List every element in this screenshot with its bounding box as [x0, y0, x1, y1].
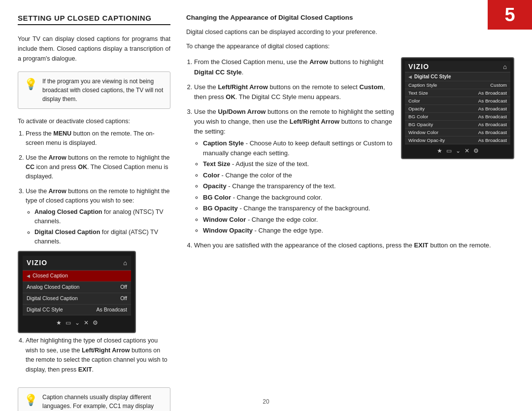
tv-row-window-color: Window Color As Broadcast	[405, 129, 510, 137]
tv-value-window-opacity: As Broadcast	[478, 137, 507, 143]
tv-value-digital: Off	[120, 295, 127, 303]
x-btn-r: ✕	[465, 147, 469, 154]
tv-row-cc-style: Digital CC Style As Broadcast	[23, 305, 131, 316]
steps-intro: To activate or deactivate closed caption…	[18, 117, 170, 126]
square-btn-r: ▭	[446, 147, 452, 154]
tv-vizio-bar-left: VIZIO ⌂	[23, 256, 131, 271]
tv-label-bg-opacity: BG Opacity	[408, 122, 478, 127]
right-step-4: When you are satisfied with the appearan…	[194, 240, 514, 250]
tv-value-opacity: As Broadcast	[478, 106, 507, 111]
bulb-icon: 💡	[24, 78, 37, 91]
tv-label-text-size: Text Size	[408, 90, 478, 96]
tv-label-analog: Analog Closed Caption	[27, 283, 120, 291]
bullet-bg-color: BG Color - Change the background color.	[203, 193, 514, 203]
tv-row-window-opacity: Window Opac-ity As Broadcast	[405, 137, 510, 144]
tv-header-row-left: ◀ Closed Caption	[23, 271, 131, 282]
left-column: SETTING UP CLOSED CAPTIONING Your TV can…	[18, 14, 170, 401]
gear-btn-r: ⚙	[473, 147, 479, 154]
bullet-opacity: Opacity - Change the transparency of the…	[203, 181, 514, 191]
bullet-color: Color - Change the color of the	[203, 171, 514, 180]
home-icon-right: ⌂	[503, 63, 507, 70]
tv-back-arrow-right: ◀	[408, 74, 412, 79]
bullet-text-size: Text Size - Adjust the size of the text.	[203, 159, 514, 169]
info-box-2: 💡 Caption channels usually display diffe…	[18, 387, 170, 411]
tv-screen-left: VIZIO ⌂ ◀ Closed Caption Analog Closed C…	[18, 251, 136, 333]
star-btn-r: ★	[437, 147, 442, 154]
tv-arrow-left: ◀	[27, 273, 30, 280]
bullet-window-opacity: Window Opacity - Change the edge type.	[203, 226, 514, 236]
steps-list-left: Press the MENU button on the remote. The…	[18, 129, 170, 246]
down-btn: ⌄	[75, 318, 80, 327]
steps-section-left: To activate or deactivate closed caption…	[18, 117, 170, 379]
tv-sub-header-right: ◀ Digital CC Style	[405, 72, 510, 81]
corner-number: 5	[504, 4, 515, 26]
page-content: SETTING UP CLOSED CAPTIONING Your TV can…	[0, 0, 532, 411]
right-column: Changing the Appearance of Digital Close…	[186, 14, 514, 401]
tv-header-label-left: Closed Caption	[33, 272, 127, 280]
tv-sub-header-label: Digital CC Style	[414, 74, 507, 79]
tv-row-opacity: Opacity As Broadcast	[405, 105, 510, 113]
star-btn: ★	[56, 318, 62, 327]
info-box-2-text: Caption channels usually display differe…	[42, 393, 164, 411]
bullet-bg-opacity: BG Opacity - Change the transparency of …	[203, 204, 514, 213]
tv-row-color: Color As Broadcast	[405, 97, 510, 105]
step-3: Use the Arrow buttons on the remote to h…	[26, 187, 170, 246]
right-para1: Digital closed captions can be displayed…	[186, 27, 514, 37]
tv-row-bg-color: BG Color As Broadcast	[405, 113, 510, 121]
info-box-1: 💡 If the program you are viewing is not …	[18, 71, 170, 109]
tv-value-analog: Off	[120, 283, 127, 291]
tv-value-bg-opacity: As Broadcast	[478, 122, 507, 127]
intro-text: Your TV can display closed captions for …	[18, 34, 170, 64]
bullet-window-color: Window Color - Change the edge color.	[203, 215, 514, 225]
tv-label-opacity: Opacity	[408, 106, 478, 111]
tv-row-text-size: Text Size As Broadcast	[405, 89, 510, 97]
tv-row-digital: Digital Closed Caption Off	[23, 293, 131, 305]
tv-label-window-color: Window Color	[408, 130, 478, 135]
step-3-bullets: Analog Closed Caption for analog (NTSC) …	[26, 207, 170, 246]
tv-label-window-opacity: Window Opac-ity	[408, 137, 478, 143]
tv-label-color: Color	[408, 98, 478, 103]
tv-row-bg-opacity: BG Opacity As Broadcast	[405, 121, 510, 129]
tv-label-cc-style: Digital CC Style	[27, 306, 97, 314]
tv-screen-right: VIZIO ⌂ ◀ Digital CC Style Caption Style…	[401, 57, 514, 159]
square-btn: ▭	[66, 318, 71, 327]
info-box-1-text: If the program you are viewing is not be…	[42, 77, 164, 103]
step-4: After highlighting the type of closed ca…	[26, 336, 170, 375]
tv-label-caption-style: Caption Style	[408, 82, 490, 88]
tv-value-cc-style: As Broadcast	[97, 306, 127, 314]
gear-btn: ⚙	[93, 318, 98, 327]
home-icon-left: ⌂	[123, 258, 127, 268]
tv-controls-right: ★ ▭ ⌄ ✕ ⚙	[405, 144, 510, 155]
bulb-icon-2: 💡	[24, 394, 37, 407]
vizio-logo-right: VIZIO	[408, 63, 429, 70]
page-number-banner: 5	[488, 0, 532, 30]
tv-value-color: As Broadcast	[478, 98, 507, 103]
step-2: Use the Arrow buttons on the remote to h…	[26, 153, 170, 182]
vizio-logo-left: VIZIO	[27, 258, 47, 268]
bullet-digital: Digital Closed Caption for digital (ATSC…	[34, 228, 170, 246]
tv-row-caption-style: Caption Style Custom	[405, 81, 510, 89]
tv-row-analog: Analog Closed Caption Off	[23, 282, 131, 293]
tv-value-bg-color: As Broadcast	[478, 114, 507, 119]
step-1: Press the MENU button on the remote. The…	[26, 129, 170, 148]
tv-value-caption-style: Custom	[490, 82, 507, 88]
page-number: 20	[263, 398, 269, 405]
right-heading: Changing the Appearance of Digital Close…	[186, 14, 514, 21]
tv-label-digital: Digital Closed Caption	[27, 295, 120, 303]
tv-vizio-bar-right: VIZIO ⌂	[405, 61, 510, 72]
steps-list-left-cont: After highlighting the type of closed ca…	[18, 336, 170, 375]
down-btn-r: ⌄	[456, 147, 461, 154]
tv-controls-left: ★ ▭ ⌄ ✕ ⚙	[23, 315, 131, 328]
tv-label-bg-color: BG Color	[408, 114, 478, 119]
right-steps-section: VIZIO ⌂ ◀ Digital CC Style Caption Style…	[186, 57, 514, 255]
tv-value-window-color: As Broadcast	[478, 130, 507, 135]
right-steps-intro: To change the appearance of digital clos…	[186, 42, 514, 51]
section-title: SETTING UP CLOSED CAPTIONING	[18, 14, 170, 25]
tv-value-text-size: As Broadcast	[478, 90, 507, 96]
x-btn: ✕	[84, 318, 89, 327]
bullet-analog: Analog Closed Caption for analog (NTSC) …	[34, 207, 170, 226]
